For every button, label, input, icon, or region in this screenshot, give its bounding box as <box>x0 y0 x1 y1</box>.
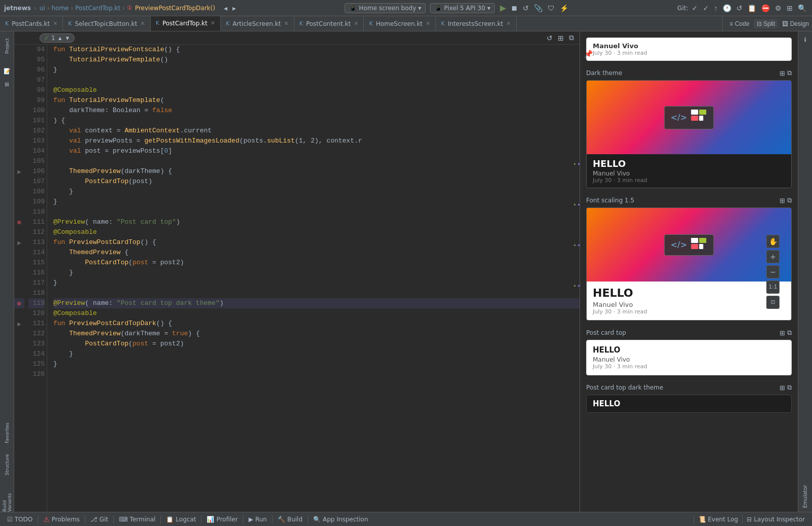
git-tick-btn[interactable]: ✓ <box>701 3 710 13</box>
layers-preview-btn[interactable]: ⧉ <box>567 32 576 43</box>
code-line-115: PostCardTop(post = post2) <box>53 258 580 268</box>
dark-card-date: July 30 · 3 min read <box>593 177 785 184</box>
gutter-111[interactable]: ⚙ <box>14 217 24 227</box>
darktheme-save-btn[interactable]: ⊞ <box>780 383 785 392</box>
tab-close-postcontent[interactable]: ✕ <box>354 20 358 27</box>
tab-homescreen[interactable]: K HomeScreen.kt ✕ <box>364 16 436 31</box>
git-check-btn[interactable]: ✓ <box>690 3 699 13</box>
code-line-123: PostCardTop(post = post2) <box>53 339 580 349</box>
fontscale-open-btn[interactable]: ⧉ <box>787 196 792 204</box>
preview-name-pill[interactable]: 📱 Home screen body ▾ <box>345 3 426 13</box>
logcat-item[interactable]: 📋 Logcat <box>163 512 199 526</box>
back-btn[interactable]: ◂ <box>222 3 229 13</box>
tab-articlescreen[interactable]: K ArticleScreen.kt ✕ <box>221 16 294 31</box>
vcs-btn[interactable]: 📋 <box>746 3 758 13</box>
dark-theme-header: Dark theme ⊞ ⧉ <box>586 69 792 77</box>
tab-postcontent[interactable]: K PostContent.kt ✕ <box>294 16 364 31</box>
git-push-btn[interactable]: ↑ <box>713 3 719 13</box>
grid-preview-btn[interactable]: ⊞ <box>556 32 565 43</box>
fit-zoom-btn[interactable]: ⊡ <box>766 296 780 309</box>
design-view-btn[interactable]: 🖼 Design <box>779 19 812 28</box>
build-item[interactable]: 🔨 Build <box>275 512 306 526</box>
tab-selecttopic[interactable]: K SelectTopicButton.kt ✕ <box>63 16 150 31</box>
tab-close-interestsscreen[interactable]: ✕ <box>506 20 511 27</box>
tab-close-homescreen[interactable]: ✕ <box>426 20 430 27</box>
event-log-item[interactable]: 📜 Event Log <box>695 516 741 523</box>
search-btn[interactable]: 🔍 <box>796 3 808 13</box>
profiler-item[interactable]: 📊 Profiler <box>204 512 241 526</box>
git-item[interactable]: ⎇ Git <box>87 512 111 526</box>
project-icon[interactable]: Project <box>2 33 12 59</box>
gutter-106[interactable]: ▶ <box>14 166 24 177</box>
profile-button[interactable]: ⚡ <box>558 3 570 13</box>
gutter-113[interactable]: ▶ <box>14 237 24 248</box>
terminal-item[interactable]: ⌨ Terminal <box>116 512 158 526</box>
fontscale-actions: ⊞ ⧉ <box>780 196 792 204</box>
reload-button[interactable]: ↺ <box>521 3 530 13</box>
run-icon: ▶ <box>249 516 253 523</box>
todo-label: TODO <box>15 516 32 523</box>
breadcrumb-file[interactable]: PostCardTop.kt <box>75 5 120 12</box>
code-view-btn[interactable]: ≡ Code <box>727 19 753 28</box>
reset-zoom-btn[interactable]: 1:1 <box>766 280 780 294</box>
tab-close-selecttopic[interactable]: ✕ <box>140 20 145 27</box>
split-view-btn[interactable]: ⊟ Split <box>754 19 779 28</box>
darktheme-open-btn[interactable]: ⧉ <box>787 383 792 392</box>
forward-btn[interactable]: ▸ <box>231 3 238 13</box>
code-line-120: @Composable <box>53 308 580 319</box>
refresh-preview-btn[interactable]: ↺ <box>545 32 554 43</box>
dark-theme-actions: ⊞ ⧉ <box>780 69 792 77</box>
postcardtop-open-btn[interactable]: ⧉ <box>787 329 792 337</box>
tab-postcards[interactable]: K PostCards.kt ✕ <box>0 16 63 31</box>
commit-icon[interactable]: 📝 <box>1 65 13 77</box>
breadcrumb-home[interactable]: home <box>51 5 69 12</box>
attach-button[interactable]: 📎 <box>532 3 544 13</box>
preview-pin-btn[interactable]: 📌 <box>584 50 593 58</box>
gutter-119[interactable]: ⚙ <box>14 298 24 308</box>
dark-theme-open-btn[interactable]: ⧉ <box>787 69 792 77</box>
structure-icon[interactable]: Structure <box>2 452 12 477</box>
dark-theme-save-btn[interactable]: ⊞ <box>780 69 785 77</box>
run-button[interactable]: ▶ <box>499 2 507 14</box>
coverage-button[interactable]: 🛡 <box>546 3 556 13</box>
build-variants-icon[interactable]: Build Variants <box>2 481 12 512</box>
git-history-btn[interactable]: 🕐 <box>721 3 733 13</box>
tab-icon-postcontent: K <box>299 20 303 27</box>
device-pill[interactable]: 📱 Pixel 5 API 30 ▾ <box>430 3 495 13</box>
postcardtop-save-btn[interactable]: ⊞ <box>780 329 785 337</box>
tab-interestsscreen[interactable]: K InterestsScreen.kt ✕ <box>436 16 517 31</box>
problems-label: Problems <box>52 516 80 523</box>
preview-section-fontscale: Font scaling 1.5 ⊞ ⧉ </> <box>586 196 792 321</box>
settings-btn1[interactable]: ⚙ <box>773 3 783 13</box>
app-inspection-item[interactable]: 🔍 App Inspection <box>310 512 371 526</box>
code-brackets-icon: </> <box>670 113 687 122</box>
preview-indicator: ① <box>127 5 132 11</box>
preview-count-down[interactable]: ▼ <box>65 35 71 41</box>
breadcrumb-ui[interactable]: ui <box>40 5 45 12</box>
pull-icon[interactable]: ⊞ <box>1 78 13 90</box>
run-item[interactable]: ▶ Run <box>246 512 270 526</box>
preview-count-up[interactable]: ▲ <box>57 35 63 41</box>
settings-btn2[interactable]: ⊞ <box>785 3 794 13</box>
git-label: Git: <box>678 5 688 12</box>
hand-tool-btn[interactable]: ✋ <box>766 235 780 248</box>
layout-inspector-item[interactable]: ⊟ Layout Inspector <box>743 516 808 523</box>
code-line-119: @Preview( name: "Post card top dark them… <box>53 298 580 308</box>
breakpoints-btn[interactable]: ⛔ <box>760 3 771 13</box>
dark-card-author: Manuel Vivo <box>593 170 785 177</box>
zoom-out-btn[interactable]: − <box>766 265 780 278</box>
gutter-121[interactable]: ▶ <box>14 319 24 329</box>
zoom-in-btn[interactable]: + <box>766 250 780 263</box>
todo-item[interactable]: ☑ TODO <box>4 512 36 526</box>
favorites-icon[interactable]: Favorites <box>2 420 12 446</box>
fontscale-save-btn[interactable]: ⊞ <box>780 196 785 204</box>
stop-button[interactable]: ⏹ <box>509 3 519 13</box>
problems-item[interactable]: ⚠ Problems <box>40 512 83 526</box>
tab-close-postcardtop[interactable]: ✕ <box>211 20 215 26</box>
tab-close-postcards[interactable]: ✕ <box>53 20 57 27</box>
tab-postcardtop[interactable]: K PostCardTop.kt ✕ <box>151 16 221 31</box>
info-icon[interactable]: ℹ <box>799 33 811 46</box>
tab-close-articlescreen[interactable]: ✕ <box>284 20 288 27</box>
git-refresh-btn[interactable]: ↺ <box>735 3 744 13</box>
emulator-label[interactable]: Emulator <box>800 483 810 510</box>
